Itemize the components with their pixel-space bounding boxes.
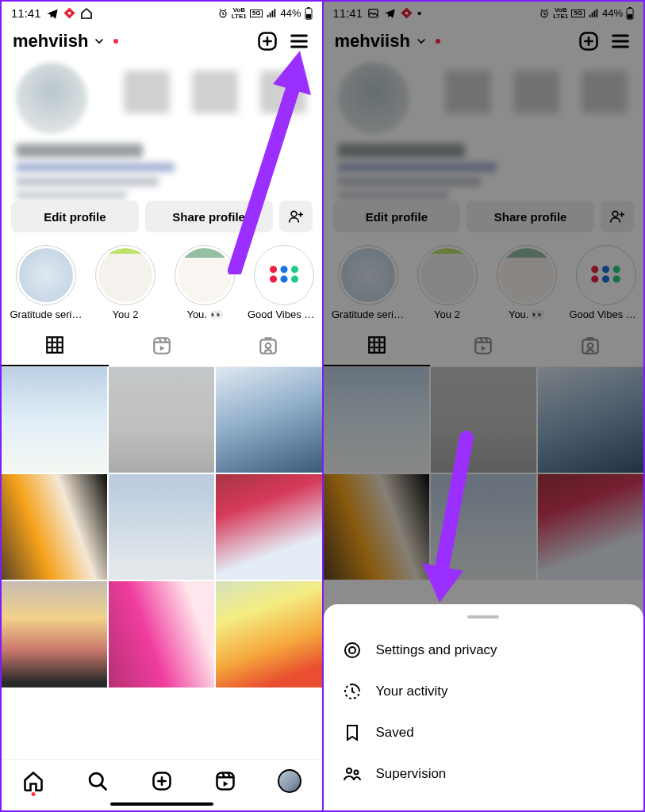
telegram-icon [46,7,59,20]
profile-avatar-icon [278,769,301,793]
menu-item-supervision[interactable]: Supervision [324,753,644,795]
tab-reels[interactable] [109,325,216,366]
highlight-label: You 2 [113,308,139,320]
nav-reels[interactable] [212,768,239,795]
menu-item-label: Settings and privacy [376,642,497,658]
chevron-down-icon [93,35,106,48]
svg-rect-9 [154,338,170,354]
story-highlights: Gratitude seri… You 2 You. 👀 Good Vibes … [2,240,322,325]
settings-icon [343,641,362,660]
screenshot-right: 11:41 • VoB LTE1 5G 44% [324,2,644,810]
menu-item-label: Saved [376,725,414,741]
home-outline-icon [80,7,93,20]
notification-dot [113,39,118,44]
svg-rect-8 [48,337,63,353]
svg-point-7 [291,211,297,216]
red-diamond-icon [63,7,75,19]
post-thumbnail[interactable] [2,367,107,473]
menu-item-saved[interactable]: Saved [324,712,644,753]
sheet-drag-handle[interactable] [467,615,499,619]
post-thumbnail[interactable] [109,367,214,473]
alarm-icon [217,8,228,19]
battery-icon [305,7,313,20]
post-thumbnail[interactable] [109,474,214,580]
profile-header: mehviish [2,21,322,58]
status-bar: 11:41 VoB LTE1 5G 44% [2,2,322,21]
menu-item-label: Your activity [376,684,448,699]
activity-icon [343,682,362,701]
svg-point-31 [354,771,358,775]
highlight-label: You. 👀 [186,308,222,320]
bookmark-icon [343,723,362,742]
status-time: 11:41 [11,6,41,20]
profile-actions: Edit profile Share profile [2,201,322,240]
highlight-item[interactable]: You. 👀 [165,245,244,320]
create-button[interactable] [255,29,279,53]
svg-rect-14 [217,773,234,790]
supervision-icon [343,764,362,783]
battery-percent: 44% [280,7,301,19]
screenshot-left: 11:41 VoB LTE1 5G 44% [2,2,322,810]
system-gesture-handle [110,802,213,806]
svg-point-11 [266,343,271,349]
svg-point-30 [347,768,351,773]
edit-profile-button[interactable]: Edit profile [11,201,139,232]
profile-stats[interactable] [124,71,306,113]
network-5g: 5G [250,10,263,17]
bottom-navigation [2,759,322,799]
highlight-label: Gratitude seri… [10,308,82,320]
menu-item-activity[interactable]: Your activity [324,671,644,712]
highlight-label: Good Vibes O… [248,308,321,320]
menu-item-settings[interactable]: Settings and privacy [324,630,644,671]
nav-search[interactable] [84,768,111,795]
svg-rect-5 [305,13,310,18]
svg-point-1 [67,12,71,15]
signal-icon [266,8,277,19]
svg-rect-10 [261,339,277,353]
post-thumbnail[interactable] [109,581,214,687]
posts-grid [2,367,322,688]
svg-rect-4 [307,7,309,9]
menu-item-label: Supervision [376,766,447,782]
hamburger-menu-button[interactable] [287,29,311,53]
profile-info-blurred [2,58,322,201]
nav-home[interactable] [20,768,47,795]
svg-point-29 [349,647,355,653]
highlight-item[interactable]: Good Vibes O… [244,245,322,320]
post-thumbnail[interactable] [2,581,107,687]
svg-point-28 [345,643,359,657]
share-profile-button[interactable]: Share profile [145,201,273,232]
post-thumbnail[interactable] [216,367,321,473]
post-thumbnail[interactable] [2,474,107,580]
highlight-item[interactable]: You 2 [86,245,165,320]
nav-create[interactable] [148,768,175,795]
tab-tagged[interactable] [215,325,322,366]
tab-grid[interactable] [2,325,109,366]
highlight-item[interactable]: Gratitude seri… [6,245,86,320]
nav-profile[interactable] [276,768,303,795]
username-text: mehviish [13,31,88,52]
network-badge: VoB LTE1 [232,7,247,20]
post-thumbnail[interactable] [216,474,321,580]
notification-dot [32,792,36,796]
menu-bottom-sheet: Settings and privacy Your activity Saved… [324,604,644,810]
profile-avatar[interactable] [16,63,87,134]
discover-people-button[interactable] [279,201,313,232]
profile-tabs [2,325,322,367]
username-dropdown[interactable]: mehviish [13,31,118,52]
post-thumbnail[interactable] [216,581,321,687]
